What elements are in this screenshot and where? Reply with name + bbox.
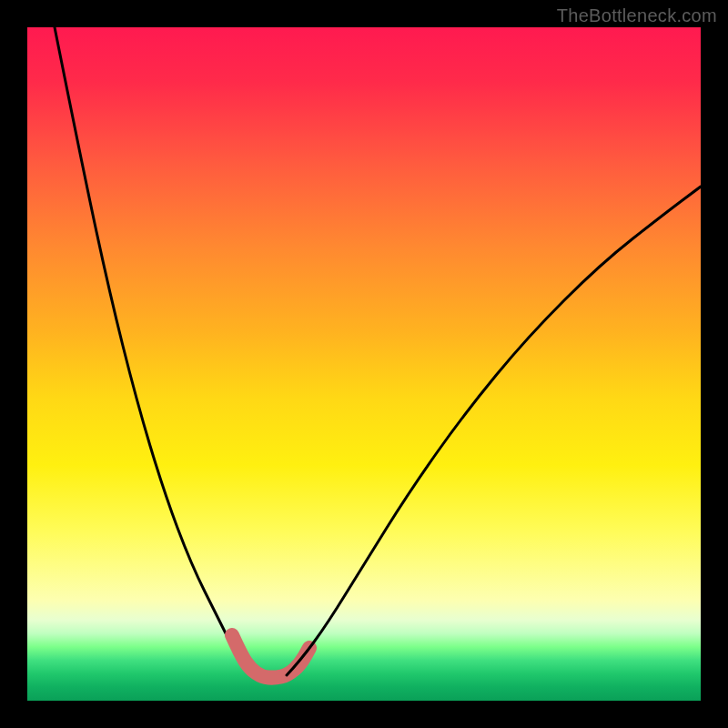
series-bottleneck-curve-right	[287, 187, 701, 675]
watermark-text: TheBottleneck.com	[557, 5, 717, 26]
series-valley-marker	[232, 635, 309, 678]
curve-layer	[27, 27, 701, 701]
series-bottleneck-curve-left	[55, 27, 255, 675]
plot-area	[27, 27, 701, 701]
chart-outer: TheBottleneck.com	[0, 0, 728, 728]
